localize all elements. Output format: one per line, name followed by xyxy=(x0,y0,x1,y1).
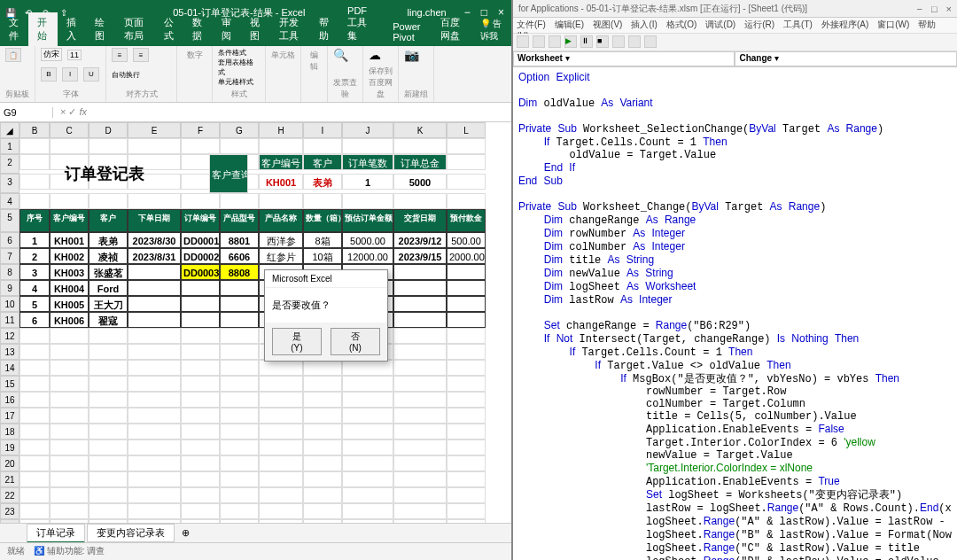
cell[interactable]: 5000.00 xyxy=(342,232,393,248)
row-header[interactable]: 4 xyxy=(0,193,19,209)
cell[interactable] xyxy=(220,424,259,439)
cell[interactable] xyxy=(220,280,259,296)
toolbar-button[interactable] xyxy=(517,35,529,48)
cell[interactable] xyxy=(19,455,50,471)
cell[interactable] xyxy=(393,424,447,439)
col-header[interactable]: K xyxy=(393,122,447,138)
cell[interactable] xyxy=(181,296,220,312)
row-header[interactable]: 1 xyxy=(0,138,19,154)
cell[interactable] xyxy=(393,376,447,392)
row-header[interactable]: 10 xyxy=(0,296,19,312)
cell[interactable] xyxy=(393,455,447,471)
cell[interactable] xyxy=(128,503,181,519)
cell[interactable] xyxy=(393,264,447,280)
cell[interactable] xyxy=(303,487,342,503)
tab-data[interactable]: 数据 xyxy=(183,12,212,46)
cell[interactable] xyxy=(19,471,50,487)
sheet-tab[interactable]: 订单记录 xyxy=(27,524,85,543)
cell[interactable] xyxy=(89,471,128,487)
cell[interactable] xyxy=(259,471,303,487)
cell-style-button[interactable]: 单元格样式 xyxy=(218,77,260,87)
row-header[interactable]: 9 xyxy=(0,280,19,296)
row-header[interactable]: 12 xyxy=(0,328,19,344)
cell[interactable] xyxy=(50,360,89,376)
cell[interactable] xyxy=(181,487,220,503)
cell[interactable] xyxy=(447,408,486,424)
cell[interactable] xyxy=(220,471,259,487)
font-name-select[interactable]: 仿宋 xyxy=(41,48,62,61)
cell[interactable]: DD0003 xyxy=(181,264,220,280)
cell[interactable] xyxy=(220,487,259,503)
cond-format-button[interactable]: 条件格式 xyxy=(218,48,260,58)
cell[interactable] xyxy=(128,280,181,296)
cell[interactable] xyxy=(303,439,342,455)
menu-edit[interactable]: 编辑(E) xyxy=(555,19,584,29)
cell[interactable] xyxy=(393,503,447,519)
cell[interactable] xyxy=(447,328,486,344)
menu-debug[interactable]: 调试(D) xyxy=(705,19,735,29)
cell[interactable]: 500.00 xyxy=(447,232,486,248)
stop-icon[interactable]: ■ xyxy=(596,35,609,48)
cell[interactable] xyxy=(181,503,220,519)
cell[interactable]: 2023/9/12 xyxy=(393,232,447,248)
cell[interactable]: 2 xyxy=(19,248,50,264)
cell[interactable] xyxy=(128,487,181,503)
cell[interactable] xyxy=(393,328,447,344)
cell[interactable]: 12000.00 xyxy=(342,248,393,264)
fx-icon[interactable]: × ✓ fx xyxy=(53,106,94,118)
cell[interactable]: 8801 xyxy=(220,232,259,248)
menu-insert[interactable]: 插入(I) xyxy=(631,19,657,29)
cell[interactable] xyxy=(50,471,89,487)
row-header[interactable]: 23 xyxy=(0,503,19,519)
menu-format[interactable]: 格式(O) xyxy=(666,19,696,29)
cell[interactable]: 王大刀 xyxy=(89,296,128,312)
cell[interactable] xyxy=(50,392,89,408)
cell[interactable] xyxy=(393,487,447,503)
tab-layout[interactable]: 页面布局 xyxy=(115,12,155,46)
cell[interactable] xyxy=(447,280,486,296)
cell[interactable] xyxy=(181,455,220,471)
col-header[interactable]: D xyxy=(89,122,128,138)
cell[interactable] xyxy=(447,503,486,519)
cell[interactable]: 8808 xyxy=(220,264,259,280)
cell[interactable] xyxy=(259,487,303,503)
cell[interactable] xyxy=(393,344,447,360)
row-header[interactable]: 11 xyxy=(0,312,19,328)
cell[interactable]: KH005 xyxy=(50,296,89,312)
cell[interactable] xyxy=(19,344,50,360)
cell[interactable] xyxy=(303,455,342,471)
cell[interactable] xyxy=(393,519,447,523)
invoice-icon[interactable]: 🔍 xyxy=(333,48,357,62)
cell[interactable] xyxy=(220,344,259,360)
cell[interactable]: 2023/8/31 xyxy=(128,248,181,264)
cell[interactable] xyxy=(128,471,181,487)
cell[interactable]: KH006 xyxy=(50,312,89,328)
status-accessibility[interactable]: ♿ 辅助功能: 调查 xyxy=(34,545,105,558)
row-header[interactable]: 7 xyxy=(0,248,19,264)
cell[interactable] xyxy=(19,503,50,519)
vba-close-icon[interactable]: × xyxy=(946,4,952,14)
cell[interactable] xyxy=(89,503,128,519)
row-header[interactable]: 2 xyxy=(0,154,19,174)
cell[interactable] xyxy=(89,424,128,439)
cell[interactable] xyxy=(50,376,89,392)
run-icon[interactable]: ▶ xyxy=(564,35,577,48)
cell[interactable] xyxy=(128,312,181,328)
cell[interactable] xyxy=(303,519,342,523)
cell[interactable] xyxy=(342,392,393,408)
cell[interactable] xyxy=(220,360,259,376)
cell[interactable] xyxy=(393,296,447,312)
cell[interactable] xyxy=(19,328,50,344)
row-header[interactable]: 6 xyxy=(0,232,19,248)
cell[interactable] xyxy=(89,455,128,471)
vba-maximize-icon[interactable]: □ xyxy=(931,4,938,14)
toolbar-button[interactable] xyxy=(644,35,657,48)
cell[interactable] xyxy=(342,408,393,424)
cell[interactable] xyxy=(393,408,447,424)
cell[interactable] xyxy=(220,503,259,519)
msgbox-no-button[interactable]: 否(N) xyxy=(331,328,380,355)
cell[interactable] xyxy=(89,408,128,424)
col-header[interactable]: B xyxy=(19,122,50,138)
cell[interactable] xyxy=(89,344,128,360)
cell[interactable]: 1 xyxy=(19,232,50,248)
